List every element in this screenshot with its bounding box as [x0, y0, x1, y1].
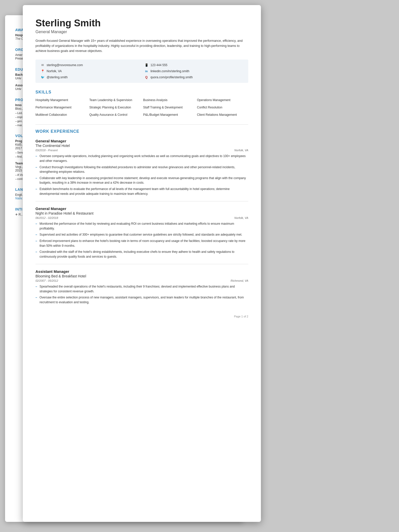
job-bullet: Enforced improvement plans to enhance th… [35, 239, 248, 248]
job-date-range: 03/2018 - Present [35, 149, 58, 152]
skill-item: Business Analysis [143, 98, 195, 102]
skill-item: Multilevel Collaboration [35, 113, 87, 117]
skills-grid: Hospitality ManagementTeam Leadership & … [35, 98, 248, 117]
candidate-summary: Growth-focused General Manager with 15+ … [35, 38, 248, 53]
quora-icon: Q [144, 75, 148, 79]
contact-phone: 📱 123 444 555 [144, 63, 243, 67]
job-company: The Continental Hotel [35, 144, 248, 148]
skill-item: Performance Management [35, 105, 87, 110]
twitter-icon: 🐦 [41, 75, 45, 79]
job-title: Assistant Manager [35, 269, 248, 274]
job-bullet: Monitored the performance of the hotel b… [35, 221, 248, 231]
skill-item: Strategic Planning & Execution [89, 105, 141, 110]
email-icon: ✉ [41, 63, 45, 67]
work-experience-section: WORK EXPERIENCE General ManagerThe Conti… [35, 129, 248, 305]
skills-divider [35, 124, 248, 125]
job-bullet: Spearheaded the overall operations of th… [35, 284, 248, 294]
job-title: General Manager [35, 206, 248, 211]
skill-item: Conflict Resolution [197, 105, 249, 110]
job-date-range: 06/2012 - 02/2018 [35, 216, 58, 219]
work-heading: WORK EXPERIENCE [35, 129, 248, 134]
job-bullet: Coordinated with the staff of the hotel'… [35, 250, 248, 259]
job-meta: 03/2018 - PresentNorfolk, VA [35, 149, 248, 152]
job-company: Night in Paradise Hotel & Restaurant [35, 211, 248, 215]
job-bullet: Conduct thorough investigations followin… [35, 165, 248, 174]
candidate-title: General Manager [35, 30, 248, 34]
job-meta: 02/2007 - 05/2012Richmond, VA [35, 279, 248, 282]
location-icon: 📍 [41, 69, 45, 73]
skill-item: Client Relations Management [197, 113, 249, 117]
phone-icon: 📱 [144, 63, 148, 67]
job-divider [35, 264, 248, 264]
page-number: Page 1 of 2 [35, 315, 248, 318]
job-company: Blooming Bed & Breakfast Hotel [35, 274, 248, 278]
contact-email: ✉ sterling@novoresume.com [41, 63, 139, 67]
job-bullet: Collaborate with key leadership in asses… [35, 176, 248, 185]
contact-bar: ✉ sterling@novoresume.com 📱 123 444 555 … [35, 60, 248, 83]
job-location: Richmond, VA [231, 279, 248, 282]
skill-item: Hospitality Management [35, 98, 87, 102]
contact-twitter: 🐦 @sterling.smith [41, 75, 139, 79]
job-bullet: Oversee company-wide operations, includi… [35, 154, 248, 163]
skill-item: Staff Training & Development [143, 105, 195, 110]
job-bullet: Establish benchmarks to evaluate the per… [35, 187, 248, 196]
contact-linkedin: in linkedin.com/in/sterling.smith [144, 69, 243, 73]
job-bullet: Oversaw the entire selection process of … [35, 295, 248, 305]
linkedin-icon: in [144, 69, 148, 73]
skill-item: P&L/Budget Management [143, 113, 195, 117]
job-meta: 06/2012 - 02/2018Norfolk, VA [35, 216, 248, 219]
job-location: Norfolk, VA [234, 149, 248, 152]
contact-location: 📍 Norfolk, VA [41, 69, 139, 73]
contact-quora: Q quora.com/profile/sterling.smith [144, 75, 243, 79]
page-main: Sterling Smith General Manager Growth-fo… [23, 5, 261, 522]
skill-item: Quality Assurance & Control [89, 113, 141, 117]
resume-header: Sterling Smith General Manager Growth-fo… [35, 18, 248, 53]
candidate-name: Sterling Smith [35, 18, 248, 29]
job-date-range: 02/2007 - 05/2012 [35, 279, 58, 282]
skill-item: Team Leadership & Supervision [89, 98, 141, 102]
job-divider [35, 201, 248, 201]
job-bullet: Supervised and led activities of 300+ em… [35, 232, 248, 237]
skill-item: Operations Management [197, 98, 249, 102]
job-title: General Manager [35, 139, 248, 143]
skills-heading: SKILLS [35, 90, 248, 94]
job-location: Norfolk, VA [234, 216, 248, 219]
skills-section: SKILLS Hospitality ManagementTeam Leader… [35, 90, 248, 117]
